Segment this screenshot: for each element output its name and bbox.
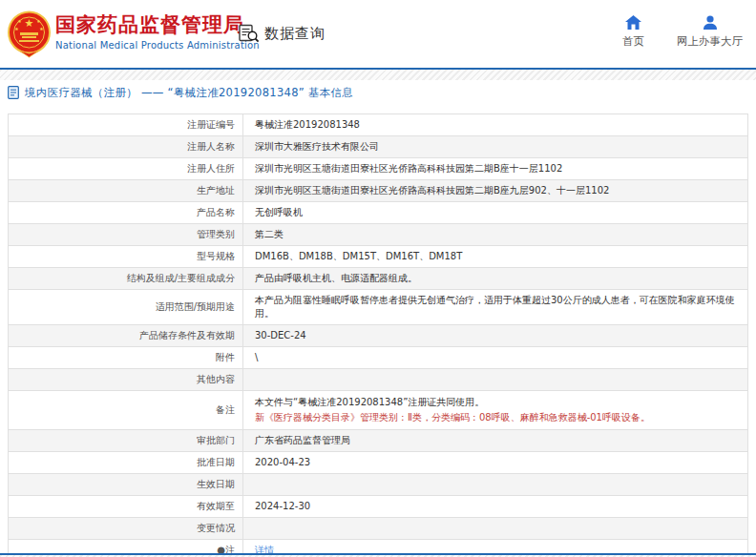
table-row: 变更情况 bbox=[9, 518, 748, 540]
table-row: 生效日期 bbox=[9, 474, 748, 496]
svg-text:★: ★ bbox=[17, 18, 22, 24]
breadcrumb: 境内医疗器械（注册） —— “粤械注准20192081348” 基本信息 bbox=[8, 82, 353, 103]
person-icon bbox=[703, 15, 718, 30]
table-row: 型号规格DM16B、DM18B、DM15T、DM16T、DM18T bbox=[9, 246, 748, 268]
row-value: 产品由呼吸机主机、电源适配器组成。 bbox=[243, 268, 748, 290]
table-row: 其他内容 bbox=[9, 369, 748, 391]
row-label: 有效期至 bbox=[9, 496, 243, 518]
row-label: 附件 bbox=[9, 347, 243, 369]
nav-service-hall-label: 网上办事大厅 bbox=[677, 34, 743, 49]
home-icon bbox=[625, 15, 641, 30]
row-value: 本文件与“粤械注准20192081348”注册证共同使用。新《医疗器械分类目录》… bbox=[243, 391, 748, 430]
nav-home[interactable]: 首页 bbox=[622, 15, 644, 49]
nav-service-hall[interactable]: 网上办事大厅 bbox=[677, 15, 743, 49]
row-label: 型号规格 bbox=[9, 246, 243, 268]
data-query-label: 数据查询 bbox=[264, 25, 326, 43]
document-search-icon bbox=[239, 24, 260, 43]
row-value bbox=[243, 474, 748, 496]
org-name-en: National Medical Products Administration bbox=[55, 40, 260, 51]
row-label: 生效日期 bbox=[9, 474, 243, 496]
svg-text:★: ★ bbox=[36, 18, 41, 24]
row-label: 结构及组成/主要组成成分 bbox=[9, 268, 243, 290]
row-value bbox=[243, 369, 748, 391]
row-label: 变更情况 bbox=[9, 518, 243, 540]
row-label: 生产地址 bbox=[9, 180, 243, 202]
row-value: 2020-04-23 bbox=[243, 452, 748, 474]
table-row: 注册证编号粤械注准20192081348 bbox=[9, 114, 748, 136]
data-query-button[interactable]: 数据查询 bbox=[239, 24, 326, 43]
nav-home-label: 首页 bbox=[622, 34, 644, 49]
row-label: 管理类别 bbox=[9, 224, 243, 246]
row-value: \ bbox=[243, 347, 748, 369]
row-label: 批准日期 bbox=[9, 452, 243, 474]
decorative-stripe-band bbox=[0, 70, 756, 80]
national-emblem-icon: ★ ★ ★ ★ ★ bbox=[8, 9, 51, 64]
row-label: 注册人住所 bbox=[9, 158, 243, 180]
table-row: 适用范围/预期用途本产品为阻塞性睡眠呼吸暂停患者提供无创通气治疗，适用于体重超过… bbox=[9, 290, 748, 325]
table-row: 产品储存条件及有效期30-DEC-24 bbox=[9, 325, 748, 347]
top-navigation: 首页 网上办事大厅 bbox=[622, 15, 743, 49]
org-name-cn: 国家药品监督管理局 bbox=[55, 12, 260, 37]
row-label: 备注 bbox=[9, 391, 243, 430]
svg-text:★: ★ bbox=[14, 26, 19, 31]
row-label: 其他内容 bbox=[9, 369, 243, 391]
row-label: 审批部门 bbox=[9, 430, 243, 452]
table-row: 备注本文件与“粤械注准20192081348”注册证共同使用。新《医疗器械分类目… bbox=[9, 391, 748, 430]
row-label: 适用范围/预期用途 bbox=[9, 290, 243, 325]
row-value: DM16B、DM18B、DM15T、DM16T、DM18T bbox=[243, 246, 748, 268]
row-value: 广东省药品监督管理局 bbox=[243, 430, 748, 452]
remark-line: 新《医疗器械分类目录》管理类别：Ⅱ类，分类编码：08呼吸、麻醉和急救器械-01呼… bbox=[255, 410, 744, 425]
svg-text:★: ★ bbox=[25, 17, 34, 30]
table-row: 附件\ bbox=[9, 347, 748, 369]
table-row: 注册人名称深圳市大雅医疗技术有限公司 bbox=[9, 136, 748, 158]
document-icon bbox=[8, 86, 19, 99]
table-row: 管理类别第二类 bbox=[9, 224, 748, 246]
row-value: 本产品为阻塞性睡眠呼吸暂停患者提供无创通气治疗，适用于体重超过30公斤的成人患者… bbox=[243, 290, 748, 325]
row-value: 深圳市大雅医疗技术有限公司 bbox=[243, 136, 748, 158]
remark-line: 本文件与“粤械注准20192081348”注册证共同使用。 bbox=[255, 395, 744, 410]
row-value: 2024-12-30 bbox=[243, 496, 748, 518]
page-title: 境内医疗器械（注册） —— “粤械注准20192081348” 基本信息 bbox=[25, 86, 353, 100]
table-row: 审批部门广东省药品监督管理局 bbox=[9, 430, 748, 452]
row-value: 第二类 bbox=[243, 224, 748, 246]
svg-text:★: ★ bbox=[39, 26, 44, 31]
registration-info-table: 注册证编号粤械注准20192081348注册人名称深圳市大雅医疗技术有限公司注册… bbox=[8, 113, 748, 557]
table-row: 有效期至2024-12-30 bbox=[9, 496, 748, 518]
row-label: 产品名称 bbox=[9, 202, 243, 224]
row-value: 深圳市光明区玉塘街道田寮社区光侨路高科科技园第二期B座十一层1102 bbox=[243, 158, 748, 180]
table-row: 注册人住所深圳市光明区玉塘街道田寮社区光侨路高科科技园第二期B座十一层1102 bbox=[9, 158, 748, 180]
row-label: 注册证编号 bbox=[9, 114, 243, 136]
row-value: 无创呼吸机 bbox=[243, 202, 748, 224]
row-value: 深圳市光明区玉塘街道田寮社区光侨路高科科技园第二期B座九层902、十一层1102 bbox=[243, 180, 748, 202]
site-header: ★ ★ ★ ★ ★ 国家药品监督管理局 National Medical Pro… bbox=[0, 0, 756, 68]
row-value: 30-DEC-24 bbox=[243, 325, 748, 347]
table-row: 生产地址深圳市光明区玉塘街道田寮社区光侨路高科科技园第二期B座九层902、十一层… bbox=[9, 180, 748, 202]
table-row: 批准日期2020-04-23 bbox=[9, 452, 748, 474]
table-row: 结构及组成/主要组成成分产品由呼吸机主机、电源适配器组成。 bbox=[9, 268, 748, 290]
info-table-body: 注册证编号粤械注准20192081348注册人名称深圳市大雅医疗技术有限公司注册… bbox=[9, 114, 748, 557]
row-label: 注册人名称 bbox=[9, 136, 243, 158]
row-value: 粤械注准20192081348 bbox=[243, 114, 748, 136]
row-label: 产品储存条件及有效期 bbox=[9, 325, 243, 347]
org-title-block: 国家药品监督管理局 National Medical Products Admi… bbox=[55, 12, 260, 51]
row-value bbox=[243, 518, 748, 540]
table-row: 产品名称无创呼吸机 bbox=[9, 202, 748, 224]
